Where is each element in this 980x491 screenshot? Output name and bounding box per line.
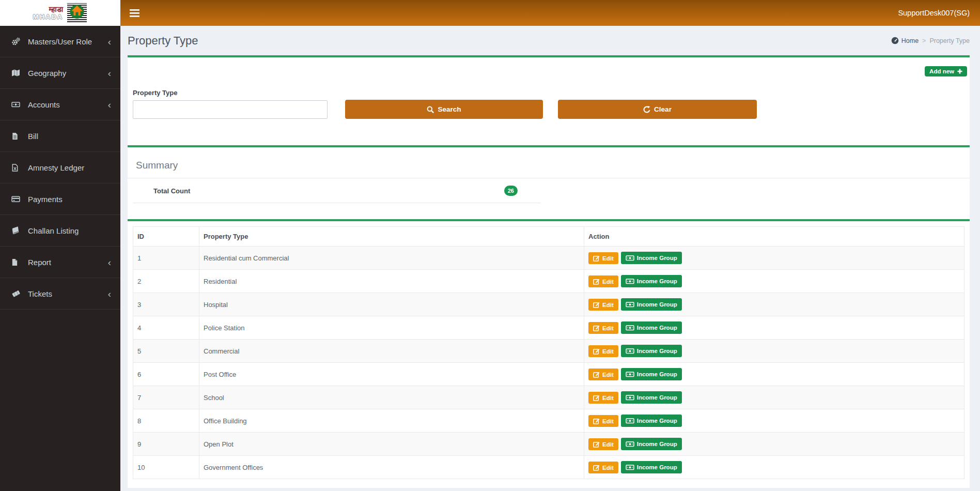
income-group-button[interactable]: Income Group	[621, 461, 682, 473]
app-logo[interactable]: म्हाडा MHADA	[0, 0, 120, 26]
cell-action: EditIncome Group	[584, 386, 965, 409]
property-type-field-label: Property Type	[133, 89, 328, 97]
sidebar-item-label: Geography	[28, 69, 66, 78]
file-text-icon	[11, 132, 23, 140]
logo-title-latin: MHADA	[33, 13, 63, 21]
money-icon	[626, 347, 634, 355]
edit-button[interactable]: Edit	[588, 299, 618, 311]
income-group-button[interactable]: Income Group	[621, 438, 682, 450]
edit-button[interactable]: Edit	[588, 322, 618, 334]
edit-icon	[593, 255, 600, 262]
edit-icon	[593, 394, 600, 401]
income-group-button[interactable]: Income Group	[621, 252, 682, 264]
sidebar-item-bill[interactable]: Bill	[0, 120, 120, 152]
sidebar-item-label: Payments	[28, 195, 63, 204]
sidebar-item-label: Amnesty Ledger	[28, 163, 84, 172]
mhada-house-logo	[67, 3, 87, 23]
cell-property-type: Residential cum Commercial	[199, 247, 584, 270]
sidebar-item-tickets[interactable]: Tickets‹	[0, 278, 120, 310]
user-menu[interactable]: SupportDesk007(SG)	[898, 9, 970, 17]
money-icon	[626, 324, 634, 331]
edit-button-label: Edit	[602, 372, 614, 378]
clear-button[interactable]: Clear	[558, 100, 757, 119]
table-row: 8Office BuildingEditIncome Group	[133, 409, 965, 433]
cell-id: 9	[133, 433, 199, 456]
chevron-left-icon: ‹	[108, 289, 111, 299]
search-button[interactable]: Search	[345, 100, 543, 119]
property-type-table: ID Property Type Action 1Residential cum…	[133, 226, 965, 479]
sidebar-item-amnesty-ledger[interactable]: Amnesty Ledger	[0, 152, 120, 183]
money-icon	[626, 440, 634, 448]
sidebar-item-masters-user-role[interactable]: Masters/User Role‹	[0, 26, 120, 57]
edit-button[interactable]: Edit	[588, 462, 618, 473]
logo-title-devanagari: म्हाडा	[33, 5, 63, 13]
cell-action: EditIncome Group	[584, 340, 965, 363]
cell-action: EditIncome Group	[584, 270, 965, 293]
cell-action: EditIncome Group	[584, 409, 965, 433]
chevron-left-icon: ‹	[108, 100, 111, 110]
cell-id: 4	[133, 316, 199, 340]
sidebar-item-geography[interactable]: Geography‹	[0, 57, 120, 89]
income-group-button[interactable]: Income Group	[621, 345, 682, 357]
cell-action: EditIncome Group	[584, 456, 965, 479]
cell-property-type: Police Station	[199, 316, 584, 340]
table-row: 6Post OfficeEditIncome Group	[133, 363, 965, 386]
table-row: 7SchoolEditIncome Group	[133, 386, 965, 409]
edit-icon	[593, 418, 600, 424]
search-panel: Add new Property Type Search	[128, 55, 970, 145]
edit-button[interactable]: Edit	[588, 392, 618, 404]
hamburger-icon[interactable]	[130, 9, 139, 17]
sidebar-item-challan-listing[interactable]: Challan Listing	[0, 215, 120, 247]
income-group-button[interactable]: Income Group	[621, 368, 682, 380]
add-new-button[interactable]: Add new	[925, 66, 967, 76]
edit-button[interactable]: Edit	[588, 252, 618, 264]
income-group-button[interactable]: Income Group	[621, 275, 682, 287]
sidebar-item-accounts[interactable]: Accounts‹	[0, 89, 120, 120]
income-group-button[interactable]: Income Group	[621, 415, 682, 427]
cell-id: 1	[133, 247, 199, 270]
cell-id: 8	[133, 409, 199, 433]
sidebar-item-report[interactable]: Report‹	[0, 247, 120, 278]
sidebar: म्हाडा MHADA Masters/User Role‹Geography…	[0, 0, 120, 491]
table-row: 1Residential cum CommercialEditIncome Gr…	[133, 247, 965, 270]
income-group-button[interactable]: Income Group	[621, 391, 682, 404]
edit-button-label: Edit	[602, 395, 614, 401]
sidebar-item-label: Tickets	[28, 289, 52, 298]
cell-property-type: Commercial	[199, 340, 584, 363]
sidebar-item-label: Accounts	[28, 100, 60, 109]
table-row: 4Police StationEditIncome Group	[133, 316, 965, 340]
money-icon	[626, 254, 634, 262]
column-header-property-type: Property Type	[199, 227, 584, 247]
sidebar-item-payments[interactable]: Payments	[0, 183, 120, 215]
file-icon	[11, 258, 23, 266]
cell-id: 6	[133, 363, 199, 386]
cell-property-type: Residential	[199, 270, 584, 293]
edit-icon	[593, 464, 600, 471]
edit-button-label: Edit	[602, 348, 614, 355]
cell-property-type: School	[199, 386, 584, 409]
income-group-button-label: Income Group	[637, 441, 677, 447]
breadcrumb-home-link[interactable]: Home	[891, 37, 919, 44]
table-body: 1Residential cum CommercialEditIncome Gr…	[133, 247, 965, 479]
income-group-button-label: Income Group	[637, 325, 677, 331]
breadcrumb-home-label: Home	[901, 37, 919, 44]
income-group-button[interactable]: Income Group	[621, 321, 682, 334]
ticket-icon	[11, 289, 23, 298]
income-group-button[interactable]: Income Group	[621, 298, 682, 311]
income-group-button-label: Income Group	[637, 464, 677, 470]
summary-heading: Summary	[136, 160, 970, 171]
edit-button[interactable]: Edit	[588, 438, 618, 450]
edit-icon	[593, 325, 600, 331]
total-count-row: Total Count 26	[133, 178, 541, 203]
income-group-button-label: Income Group	[637, 371, 677, 377]
cell-property-type: Office Building	[199, 409, 584, 433]
edit-button[interactable]: Edit	[588, 369, 618, 380]
cell-action: EditIncome Group	[584, 316, 965, 340]
property-type-input[interactable]	[133, 100, 328, 119]
cell-property-type: Open Plot	[199, 433, 584, 456]
money-icon	[11, 101, 23, 108]
edit-button[interactable]: Edit	[588, 275, 618, 287]
edit-button[interactable]: Edit	[588, 345, 618, 357]
cell-id: 5	[133, 340, 199, 363]
edit-button[interactable]: Edit	[588, 415, 618, 427]
